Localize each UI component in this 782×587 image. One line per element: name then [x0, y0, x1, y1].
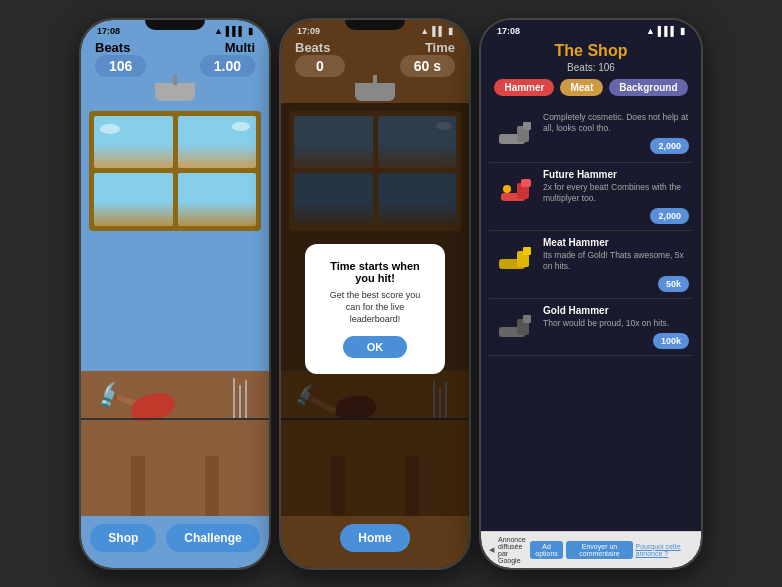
- time-label-2: Time: [425, 40, 455, 55]
- game-row-1: Beats Multi: [91, 40, 259, 55]
- ad-label: Annonce diffusée par Google: [498, 536, 526, 564]
- pillar-l: [131, 456, 145, 516]
- shop-beats: Beats: 106: [493, 62, 689, 73]
- phone-2-bottom: Home: [281, 516, 469, 568]
- ad-feedback-button[interactable]: Envoyer un commentaire: [566, 541, 632, 559]
- shop-signal-icon: ▌▌▌: [658, 26, 677, 36]
- status-icons-2: ▲ ▌▌ ▮: [420, 26, 453, 36]
- shop-item-info-2: Meat Hammer Its made of Gold! Thats awes…: [543, 237, 689, 292]
- modal-ok-button[interactable]: OK: [343, 336, 408, 358]
- knife-3: [233, 378, 235, 420]
- ad-why-link[interactable]: Pourquoi cette annonce ?: [636, 543, 693, 557]
- shop-item-icon-2: [493, 237, 537, 281]
- modal-text: Get the best score you can for the live …: [325, 290, 425, 325]
- shop-item-price-1[interactable]: 2,000: [650, 208, 689, 224]
- phone-3: 17:08 ▲ ▌▌▌ ▮ The Shop Beats: 106 Hammer…: [481, 20, 701, 568]
- shop-time: 17:08: [497, 26, 520, 36]
- modal-overlay: Time starts when you hit! Get the best s…: [281, 103, 469, 516]
- window-pane-tl: [94, 116, 173, 169]
- svg-rect-9: [523, 247, 531, 255]
- beats-value-1: 106: [95, 55, 146, 77]
- window-pane-bl: [94, 173, 173, 226]
- multi-value-1: 1.00: [200, 55, 255, 77]
- ad-arrow-icon: ◀: [489, 546, 494, 554]
- game-row-2: Beats Time: [291, 40, 459, 55]
- svg-rect-12: [523, 315, 531, 323]
- shop-item-icon-0: [493, 112, 537, 156]
- status-icons-1: ▲ ▌▌▌ ▮: [214, 26, 253, 36]
- shop-item-icon-3: [493, 305, 537, 349]
- multi-label-1: Multi: [225, 40, 255, 55]
- screenshot-container: 17:08 ▲ ▌▌▌ ▮ Beats Multi 106 1.00: [0, 0, 782, 587]
- cloud-1: [100, 124, 120, 134]
- battery-icon-1: ▮: [248, 26, 253, 36]
- window-pane-br: [178, 173, 257, 226]
- tab-meat[interactable]: Meat: [560, 79, 603, 96]
- signal-icon-2: ▌▌: [432, 26, 445, 36]
- shop-item-info-0: Completely cosmetic. Does not help at al…: [543, 112, 689, 154]
- modal-title: Time starts when you hit!: [325, 260, 425, 284]
- shop-item-desc-1: 2x for every beat! Combines with the mul…: [543, 182, 689, 204]
- shop-item-desc-0: Completely cosmetic. Does not help at al…: [543, 112, 689, 134]
- shop-wifi-icon: ▲: [646, 26, 655, 36]
- knife-1: [245, 380, 247, 420]
- lamp-area-1: [81, 81, 269, 103]
- floor-line-1: [81, 418, 269, 420]
- shop-item-3: Gold Hammer Thor would be proud, 10x on …: [489, 299, 693, 356]
- shop-item-info-1: Future Hammer 2x for every beat! Combine…: [543, 169, 689, 224]
- svg-point-6: [503, 185, 511, 193]
- knife-2: [239, 385, 241, 420]
- ad-bar: ◀ Annonce diffusée par Google Ad options…: [481, 531, 701, 568]
- beats-value-2: 0: [295, 55, 345, 77]
- shop-item-info-3: Gold Hammer Thor would be proud, 10x on …: [543, 305, 689, 349]
- battery-icon-2: ▮: [448, 26, 453, 36]
- phone-1-bottom: Shop Challenge: [81, 516, 269, 568]
- tab-background[interactable]: Background: [609, 79, 687, 96]
- home-button[interactable]: Home: [340, 524, 409, 552]
- svg-rect-5: [521, 179, 531, 187]
- window-frame-1: [89, 111, 261, 231]
- beats-label-1: Beats: [95, 40, 130, 55]
- value-row-1: 106 1.00: [91, 55, 259, 77]
- shop-item-name-1: Future Hammer: [543, 169, 689, 180]
- tab-hammer[interactable]: Hammer: [494, 79, 554, 96]
- wifi-icon-2: ▲: [420, 26, 429, 36]
- time-value-2: 60 s: [400, 55, 455, 77]
- lamp-area-2: [281, 81, 469, 103]
- shop-item-price-2[interactable]: 50k: [658, 276, 689, 292]
- lamp-1: [155, 83, 195, 101]
- shop-item-price-3[interactable]: 100k: [653, 333, 689, 349]
- lamp-2: [355, 83, 395, 101]
- notch-2: [345, 20, 405, 30]
- notch-1: [145, 20, 205, 30]
- game-scene-1: 🔨: [81, 103, 269, 516]
- challenge-button[interactable]: Challenge: [166, 524, 259, 552]
- shop-button[interactable]: Shop: [90, 524, 156, 552]
- shop-item-1: Future Hammer 2x for every beat! Combine…: [489, 163, 693, 231]
- phone-2: 17:09 ▲ ▌▌ ▮ Beats Time 0 60 s: [281, 20, 469, 568]
- window-pane-tr: [178, 116, 257, 169]
- shop-item-name-2: Meat Hammer: [543, 237, 689, 248]
- shop-tabs: Hammer Meat Background: [493, 79, 689, 96]
- phone-1: 17:08 ▲ ▌▌▌ ▮ Beats Multi 106 1.00: [81, 20, 269, 568]
- time-2: 17:09: [297, 26, 320, 36]
- cloud-2: [232, 122, 250, 131]
- shop-list: Completely cosmetic. Does not help at al…: [481, 102, 701, 531]
- shop-item-desc-2: Its made of Gold! Thats awesome, 5x on h…: [543, 250, 689, 272]
- shop-item-2: Meat Hammer Its made of Gold! Thats awes…: [489, 231, 693, 299]
- shop-item-price-0[interactable]: 2,000: [650, 138, 689, 154]
- signal-icon-1: ▌▌▌: [226, 26, 245, 36]
- shop-item-desc-3: Thor would be proud, 10x on hits.: [543, 318, 689, 329]
- modal-box: Time starts when you hit! Get the best s…: [305, 244, 445, 373]
- value-row-2: 0 60 s: [291, 55, 459, 77]
- shop-battery-icon: ▮: [680, 26, 685, 36]
- wifi-icon-1: ▲: [214, 26, 223, 36]
- ad-options-button[interactable]: Ad options: [530, 541, 564, 559]
- game-scene-2: 🔨 Time starts when you hit! Get the best…: [281, 103, 469, 516]
- shop-status-icons: ▲ ▌▌▌ ▮: [646, 26, 685, 36]
- svg-rect-2: [523, 122, 531, 130]
- shop-item-name-3: Gold Hammer: [543, 305, 689, 316]
- notch-3: [561, 20, 621, 30]
- shop-header: The Shop Beats: 106 Hammer Meat Backgrou…: [481, 38, 701, 102]
- pillar-r: [205, 456, 219, 516]
